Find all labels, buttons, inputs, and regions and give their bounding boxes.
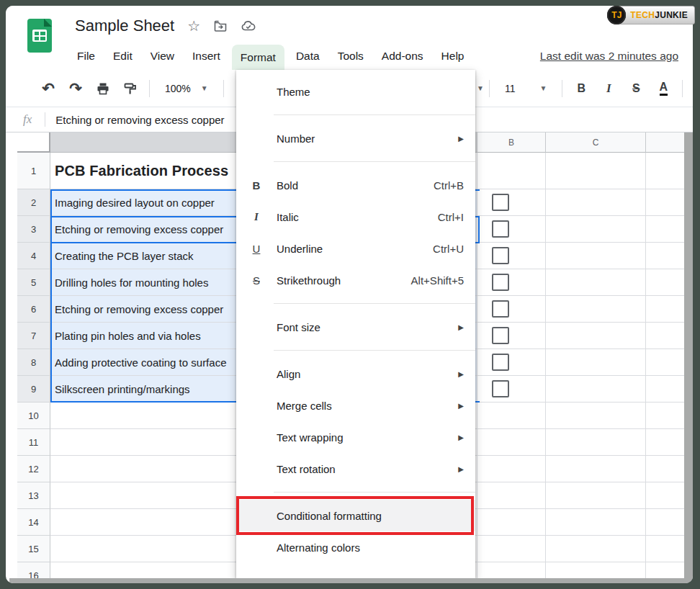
cell-b8[interactable]: [477, 349, 546, 376]
row-header[interactable]: 14: [17, 509, 50, 536]
print-button[interactable]: [89, 76, 117, 101]
sheets-logo-icon[interactable]: [27, 19, 52, 53]
cell-d5[interactable]: [646, 269, 684, 296]
menu-format[interactable]: Format: [232, 45, 284, 73]
select-all-corner[interactable]: [17, 132, 50, 153]
cell-b5[interactable]: [477, 269, 546, 296]
cell-c13[interactable]: [546, 482, 646, 509]
cell-b11[interactable]: [477, 429, 546, 456]
cell-b1[interactable]: [477, 153, 546, 189]
menu-item-align[interactable]: Align▶: [236, 358, 475, 390]
cell-d4[interactable]: [646, 243, 684, 269]
row-header[interactable]: 2: [17, 189, 50, 216]
cell-c11[interactable]: [546, 429, 646, 456]
row-header[interactable]: 6: [17, 296, 50, 323]
cell-c6[interactable]: [546, 296, 646, 323]
cell-d2[interactable]: [646, 189, 684, 216]
cell-d13[interactable]: [646, 482, 684, 509]
column-header-d[interactable]: [646, 132, 684, 153]
last-edit-link[interactable]: Last edit was 2 minutes ago: [540, 50, 678, 63]
cell-b10[interactable]: [477, 403, 546, 429]
cell-d7[interactable]: [646, 323, 684, 349]
text-color-button[interactable]: A: [650, 76, 677, 101]
redo-button[interactable]: ↷: [62, 76, 89, 101]
menu-view[interactable]: View: [144, 45, 181, 67]
cell-c14[interactable]: [546, 509, 646, 536]
menu-edit[interactable]: Edit: [107, 45, 139, 67]
paint-format-button[interactable]: [117, 76, 144, 101]
checkbox[interactable]: [492, 194, 509, 211]
column-header-c[interactable]: C: [546, 132, 646, 153]
cell-c2[interactable]: [546, 189, 646, 216]
checkbox[interactable]: [492, 327, 509, 344]
cell-d6[interactable]: [646, 296, 684, 323]
menu-item-bold[interactable]: B BoldCtrl+B: [236, 169, 475, 201]
cell-c5[interactable]: [546, 269, 646, 296]
row-header[interactable]: 5: [17, 269, 50, 296]
cell-d14[interactable]: [646, 509, 684, 536]
menu-item-text-wrapping[interactable]: Text wrapping▶: [236, 421, 475, 453]
cell-d8[interactable]: [646, 349, 684, 376]
menu-item-font-size[interactable]: Font size▶: [236, 311, 475, 343]
cell-c7[interactable]: [546, 323, 646, 349]
menu-item-conditional-formatting[interactable]: Conditional formatting: [236, 500, 475, 531]
cell-d3[interactable]: [646, 216, 684, 243]
menu-item-theme[interactable]: Theme: [236, 76, 475, 107]
menu-addons[interactable]: Add-ons: [375, 45, 430, 67]
checkbox[interactable]: [492, 247, 509, 264]
cell-b15[interactable]: [477, 536, 546, 562]
cell-d1[interactable]: [646, 153, 684, 189]
menu-insert[interactable]: Insert: [186, 45, 227, 67]
cell-b7[interactable]: [477, 323, 546, 349]
row-header[interactable]: 8: [17, 349, 50, 376]
menu-item-underline[interactable]: U UnderlineCtrl+U: [236, 233, 475, 264]
chevron-down-icon[interactable]: ▼: [477, 84, 484, 92]
cell-d15[interactable]: [646, 536, 684, 562]
menu-item-merge-cells[interactable]: Merge cells▶: [236, 390, 475, 421]
star-icon[interactable]: ☆: [187, 19, 200, 33]
cell-b6[interactable]: [477, 296, 546, 323]
cell-c15[interactable]: [546, 536, 646, 562]
cell-d9[interactable]: [646, 376, 684, 403]
undo-button[interactable]: ↶: [35, 76, 62, 101]
cell-c12[interactable]: [546, 456, 646, 482]
menu-item-text-rotation[interactable]: Text rotation▶: [236, 453, 475, 485]
cell-d11[interactable]: [646, 429, 684, 456]
zoom-control[interactable]: 100% ▼: [155, 83, 218, 94]
row-header[interactable]: 10: [17, 403, 50, 429]
formula-bar-value[interactable]: Etching or removing excess copper: [55, 114, 224, 126]
checkbox[interactable]: [492, 220, 509, 238]
checkbox[interactable]: [492, 354, 509, 371]
cell-c3[interactable]: [546, 216, 646, 243]
checkbox[interactable]: [492, 274, 509, 291]
cell-b3[interactable]: [477, 216, 546, 243]
doc-title[interactable]: Sample Sheet: [75, 17, 174, 35]
cell-c10[interactable]: [546, 403, 646, 429]
menu-file[interactable]: File: [71, 45, 102, 67]
row-header[interactable]: 12: [17, 456, 50, 482]
cell-d12[interactable]: [646, 456, 684, 482]
font-size-control[interactable]: 11 ▼: [495, 83, 557, 94]
cell-b12[interactable]: [477, 456, 546, 482]
cell-c1[interactable]: [546, 153, 646, 189]
cell-b2[interactable]: [477, 189, 546, 216]
cell-c9[interactable]: [546, 376, 646, 403]
menu-item-strikethrough[interactable]: S StrikethroughAlt+Shift+5: [236, 264, 475, 296]
move-folder-icon[interactable]: [213, 19, 228, 33]
cell-d10[interactable]: [646, 403, 684, 429]
row-header[interactable]: 7: [17, 323, 50, 349]
menu-item-alternating-colors[interactable]: Alternating colors: [236, 531, 475, 563]
row-header[interactable]: 4: [17, 243, 50, 269]
italic-button[interactable]: I: [595, 76, 622, 101]
cell-c4[interactable]: [546, 243, 646, 269]
cell-c8[interactable]: [546, 349, 646, 376]
menu-item-number[interactable]: Number▶: [236, 122, 475, 154]
row-header[interactable]: 1: [17, 153, 50, 189]
row-header[interactable]: 11: [17, 429, 50, 456]
row-header[interactable]: 9: [17, 376, 50, 403]
checkbox[interactable]: [492, 380, 509, 397]
column-header-b[interactable]: B: [477, 132, 546, 153]
cell-b13[interactable]: [477, 482, 546, 509]
row-header[interactable]: 15: [17, 536, 50, 562]
row-header[interactable]: 13: [17, 482, 50, 509]
